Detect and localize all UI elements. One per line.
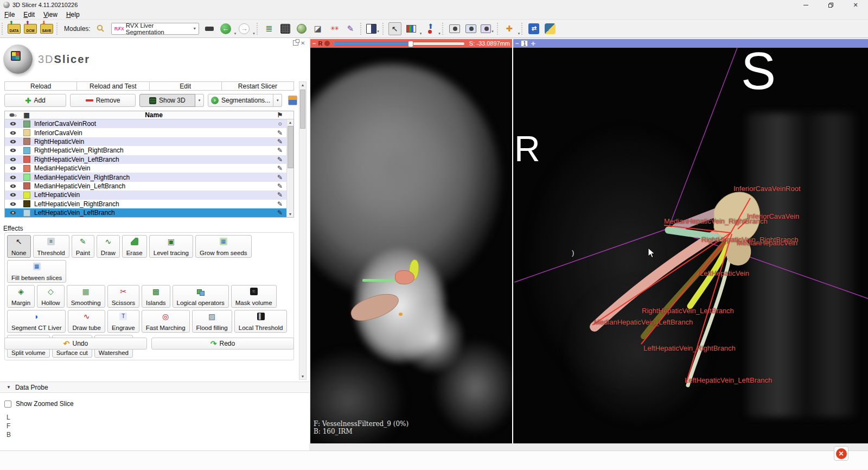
eraser-grid-icon[interactable]: ◪: [311, 22, 324, 35]
visibility-eye-icon[interactable]: [5, 193, 21, 197]
add-segment-button[interactable]: ✚Add: [4, 94, 66, 107]
markups-star-icon[interactable]: ✳✳: [328, 22, 341, 35]
save-icon[interactable]: SAVE⬇: [40, 22, 53, 35]
segment-row[interactable]: RightHepaticVein_RightBranch✎: [5, 146, 293, 155]
status-edit-icon[interactable]: ✎: [277, 200, 283, 208]
place-fiducial-icon[interactable]: ⬆: [423, 22, 436, 35]
effect-draw-tube-button[interactable]: ∿Draw tube: [68, 310, 105, 333]
red-slice-view[interactable]: − R S: -33.0897mm F: VesselnessFiltered_…: [310, 39, 512, 443]
segment-row[interactable]: RightHepaticVein_LeftBranch✎: [5, 155, 293, 164]
status-edit-icon[interactable]: ✎: [277, 209, 283, 217]
effect-smoothing-button[interactable]: ▦Smoothing: [67, 285, 105, 308]
forward-history-caret[interactable]: ▾: [253, 31, 255, 37]
visibility-eye-icon[interactable]: [5, 148, 21, 153]
effect-local-threshold-button[interactable]: ▌Local Threshold: [234, 310, 288, 333]
load-dicom-icon[interactable]: DCM⬆: [24, 22, 37, 35]
effect-margin-button[interactable]: ◈Margin: [7, 285, 35, 308]
table-scrollbar[interactable]: ▲ ▼: [286, 119, 293, 217]
effect-draw-button[interactable]: ∿Draw: [97, 235, 120, 258]
load-data-icon[interactable]: DATA⬆: [8, 22, 21, 35]
effect-logical-operators-button[interactable]: Logical operators: [173, 285, 229, 308]
status-edit-icon[interactable]: ✎: [277, 138, 283, 145]
status-edit-icon[interactable]: ✎: [277, 164, 283, 172]
fiducial-caret[interactable]: ▾: [438, 31, 441, 37]
effect-level-tracing-button[interactable]: ▣Level tracing: [149, 235, 193, 258]
menu-edit[interactable]: Edit: [19, 10, 39, 19]
segment-color-swatch[interactable]: [23, 138, 30, 145]
segment-row[interactable]: InferiorCavaVeinRoot○: [5, 119, 293, 128]
segment-row[interactable]: MedianHepaticVein_RightBranch✎: [5, 173, 293, 181]
restore-button[interactable]: [818, 0, 843, 10]
status-edit-icon[interactable]: ✎: [277, 191, 283, 199]
effect-threshold-button[interactable]: ≡Threshold: [33, 235, 69, 258]
effect-none-button[interactable]: ↖None: [7, 235, 31, 258]
segment-row[interactable]: MedianHepaticVein_LeftBranch✎: [5, 182, 293, 190]
visibility-eye-icon[interactable]: [5, 122, 21, 126]
layout-icon[interactable]: ▾: [366, 22, 379, 35]
annotation-pen-icon[interactable]: ✎: [344, 22, 357, 35]
volume-cube-icon[interactable]: [279, 22, 292, 35]
visibility-eye-icon[interactable]: [5, 175, 21, 180]
segmentations-button[interactable]: ›Segmentations...: [208, 94, 273, 107]
status-not-started-icon[interactable]: ○: [278, 120, 282, 128]
threed-view[interactable]: − 1 ✚ S R: [513, 39, 868, 443]
mouse-interaction-icon[interactable]: ↖: [388, 22, 401, 35]
effect-paint-button[interactable]: ✎Paint: [72, 235, 94, 258]
effect-fill-between-slices-button[interactable]: ▦Fill between slices: [7, 260, 66, 283]
visibility-eye-icon[interactable]: [5, 202, 21, 206]
segment-row[interactable]: LeftHepaticVein_RightBranch✎: [5, 200, 293, 208]
menu-view[interactable]: View: [39, 10, 62, 19]
menu-help[interactable]: Help: [62, 10, 84, 19]
segment-color-swatch[interactable]: [23, 192, 30, 199]
subject-hierarchy-icon[interactable]: ≣: [263, 22, 276, 35]
effect-erase-button[interactable]: Erase: [122, 235, 147, 258]
segment-color-swatch[interactable]: [23, 209, 30, 217]
extensions-manager-icon[interactable]: ⇄: [527, 22, 540, 35]
slice-image-area[interactable]: F: VesselnessFiltered_9 (0%) B: 160_IRM: [310, 48, 512, 443]
segment-row[interactable]: LeftHepaticVein_LeftBranch✎: [5, 208, 293, 217]
screenshot-icon[interactable]: [448, 22, 461, 35]
visibility-eye-icon[interactable]: [5, 157, 21, 162]
segment-color-swatch[interactable]: [23, 174, 30, 181]
scene-view-icon[interactable]: [464, 22, 477, 35]
segment-color-swatch[interactable]: [23, 147, 30, 154]
reload-button[interactable]: Reload: [4, 81, 76, 91]
crosshair-caret[interactable]: ▾: [518, 31, 520, 37]
redo-button[interactable]: ↷Redo: [151, 338, 294, 350]
panel-close-icon[interactable]: ✕: [301, 40, 305, 46]
segment-color-swatch[interactable]: [23, 129, 30, 136]
module-selector[interactable]: R✗X RVX Liver Segmentation ▾: [111, 23, 199, 35]
show-3d-button[interactable]: Show 3D: [139, 94, 195, 107]
segment-color-swatch[interactable]: [23, 165, 30, 172]
status-edit-icon[interactable]: ✎: [277, 156, 283, 163]
slice-offset-slider[interactable]: [333, 42, 464, 46]
segment-color-swatch[interactable]: [23, 200, 30, 207]
error-log-button[interactable]: ✕: [834, 446, 848, 461]
status-edit-icon[interactable]: ✎: [277, 129, 283, 137]
effect-segment-ct-liver-button[interactable]: ◗Segment CT Liver: [7, 310, 66, 333]
segment-row[interactable]: LeftHepaticVein✎: [5, 190, 293, 199]
effect-flood-filling-button[interactable]: ▨Flood filling: [192, 310, 232, 333]
reload-and-test-button[interactable]: Reload and Test: [76, 81, 149, 91]
remove-segment-button[interactable]: Remove: [70, 94, 135, 107]
threed-render-area[interactable]: S R: [513, 48, 868, 443]
segment-color-swatch[interactable]: [23, 120, 30, 128]
scene-view-menu-icon[interactable]: ▾: [481, 22, 494, 35]
status-edit-icon[interactable]: ✎: [277, 182, 283, 190]
edit-button[interactable]: Edit: [149, 81, 221, 91]
segment-row[interactable]: MedianHepaticVein✎: [5, 164, 293, 173]
undo-button[interactable]: ↶Undo: [4, 338, 147, 350]
status-edit-icon[interactable]: ✎: [277, 147, 283, 154]
segment-row[interactable]: RightHepaticVein✎: [5, 137, 293, 146]
minimize-button[interactable]: [793, 0, 818, 10]
slider-handle[interactable]: [408, 41, 413, 47]
view-menu-icon[interactable]: ✚: [531, 41, 535, 47]
segment-row[interactable]: InferiorCavaVein✎: [5, 128, 293, 137]
effect-fast-marching-button[interactable]: ◎Fast Marching: [142, 310, 190, 333]
volume-rendering-icon[interactable]: [295, 22, 308, 35]
slice-menu-icon[interactable]: [324, 41, 330, 46]
restart-slicer-button[interactable]: Restart Slicer: [221, 81, 294, 91]
python-console-icon[interactable]: [544, 22, 557, 35]
effect-grow-from-seeds-button[interactable]: ▦Grow from seeds: [195, 235, 252, 258]
back-history-caret[interactable]: ▾: [234, 31, 237, 37]
